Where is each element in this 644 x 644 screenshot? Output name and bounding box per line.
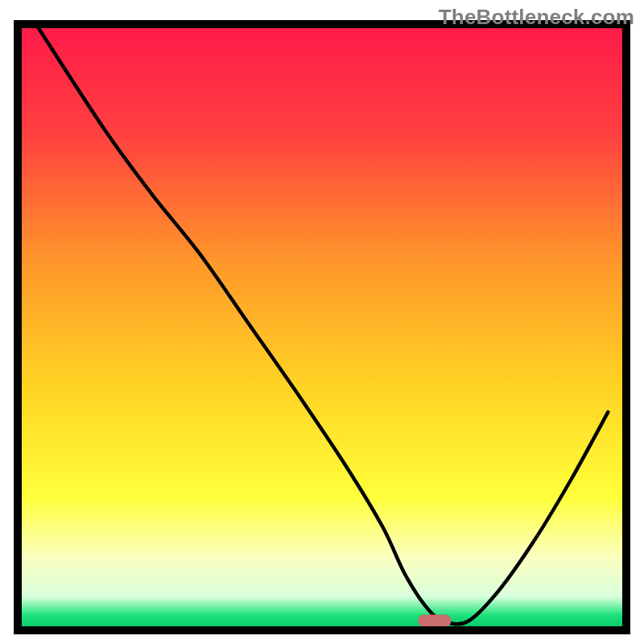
- plot-svg: [0, 0, 644, 644]
- watermark-text: TheBottleneck.com: [439, 5, 634, 30]
- bottleneck-chart: TheBottleneck.com: [0, 0, 644, 644]
- highlight-marker: [418, 614, 452, 626]
